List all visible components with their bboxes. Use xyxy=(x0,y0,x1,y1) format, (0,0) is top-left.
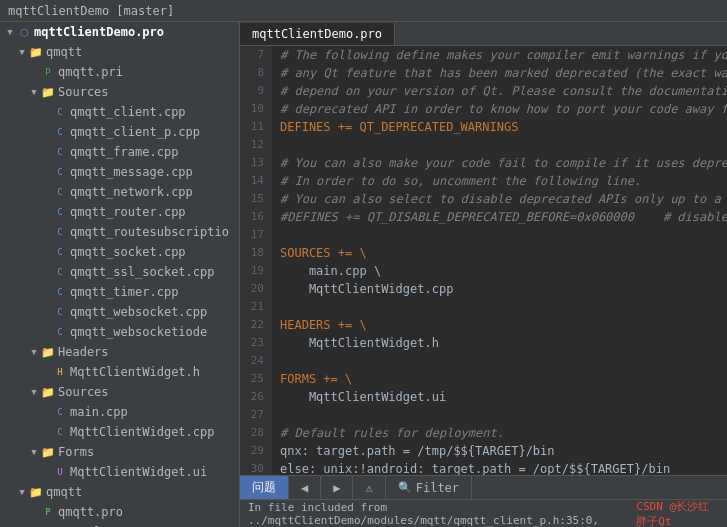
line-content: qnx: target.path = /tmp/$${TARGET}/bin xyxy=(272,442,555,460)
tab-label: mqttClientDemo.pro xyxy=(252,27,382,41)
bottom-tab-3[interactable]: ⚠ xyxy=(353,476,385,499)
folder-icon: 📁 xyxy=(40,344,56,360)
sidebar-item-label: qmqtt_client.cpp xyxy=(70,105,186,119)
sidebar-item-qmqtt-frame[interactable]: Cqmqtt_frame.cpp xyxy=(0,142,239,162)
code-line-25: 25FORMS += \ xyxy=(240,370,727,388)
line-content: DEFINES += QT_DEPRECATED_WARNINGS xyxy=(272,118,518,136)
sidebar-item-label: qmqtt_message.cpp xyxy=(70,165,193,179)
code-line-27: 27 xyxy=(240,406,727,424)
bottom-tabs: 问题◀▶⚠🔍Filter xyxy=(240,475,727,499)
sidebar-item-qmqtt-pri[interactable]: Pqmqtt.pri xyxy=(0,62,239,82)
sidebar-item-qmqtt-client-p[interactable]: Cqmqtt_client_p.cpp xyxy=(0,122,239,142)
folder-icon: 📁 xyxy=(28,484,44,500)
code-line-26: 26 MqttClientWidget.ui xyxy=(240,388,727,406)
sidebar-item-qmqtt-wsiode[interactable]: Cqmqtt_websocketiode xyxy=(0,322,239,342)
bottom-tab-0[interactable]: 问题 xyxy=(240,476,289,499)
arrow-icon xyxy=(40,466,52,478)
arrow-icon xyxy=(40,326,52,338)
code-lines[interactable]: 7# The following define makes your compi… xyxy=(240,46,727,475)
code-line-21: 21 xyxy=(240,298,727,316)
line-number: 30 xyxy=(240,460,272,475)
sidebar-item-main-cpp[interactable]: Cmain.cpp xyxy=(0,402,239,422)
sidebar-item-qmqtt-socket[interactable]: Cqmqtt_socket.cpp xyxy=(0,242,239,262)
bottom-tab-1[interactable]: ◀ xyxy=(289,476,321,499)
arrow-icon xyxy=(40,206,52,218)
arrow-icon xyxy=(28,386,40,398)
line-content: # You can also select to disable depreca… xyxy=(272,190,727,208)
code-line-15: 15# You can also select to disable depre… xyxy=(240,190,727,208)
sidebar-item-qmqtt-websocket[interactable]: Cqmqtt_websocket.cpp xyxy=(0,302,239,322)
sidebar-item-forms-group[interactable]: 📁Forms xyxy=(0,442,239,462)
code-line-14: 14# In order to do so, uncomment the fol… xyxy=(240,172,727,190)
line-number: 20 xyxy=(240,280,272,298)
folder-icon: 📁 xyxy=(40,384,56,400)
sidebar-item-qmqtt-timer[interactable]: Cqmqtt_timer.cpp xyxy=(0,282,239,302)
sidebar-item-qmqtt-client[interactable]: Cqmqtt_client.cpp xyxy=(0,102,239,122)
sidebar-item-label: Sources xyxy=(58,85,109,99)
sidebar-item-label: qmqtt_socket.cpp xyxy=(70,245,186,259)
code-line-28: 28# Default rules for deployment. xyxy=(240,424,727,442)
sidebar-item-label: qmqtt_timer.cpp xyxy=(70,285,178,299)
sidebar-item-label: qmqtt xyxy=(46,485,82,499)
arrow-icon xyxy=(28,346,40,358)
line-number: 18 xyxy=(240,244,272,262)
bottom-tab-4[interactable]: 🔍Filter xyxy=(386,476,472,499)
line-number: 11 xyxy=(240,118,272,136)
cpp-icon: C xyxy=(52,224,68,240)
code-tab-active[interactable]: mqttClientDemo.pro xyxy=(240,23,395,45)
sidebar-item-label: qmqtt_ssl_socket.cpp xyxy=(70,265,215,279)
sidebar-item-label: main.cpp xyxy=(70,405,128,419)
code-line-30: 30else: unix:!android: target.path = /op… xyxy=(240,460,727,475)
cpp-icon: C xyxy=(52,324,68,340)
line-content: # depend on your version of Qt. Please c… xyxy=(272,82,727,100)
line-number: 7 xyxy=(240,46,272,64)
arrow-icon xyxy=(40,146,52,158)
sidebar-item-examples[interactable]: 📁examples xyxy=(0,522,239,527)
sidebar-item-label: qmqtt.pri xyxy=(58,65,123,79)
folder-icon: 📁 xyxy=(40,444,56,460)
code-line-7: 7# The following define makes your compi… xyxy=(240,46,727,64)
line-number: 16 xyxy=(240,208,272,226)
code-line-10: 10# deprecated API in order to know how … xyxy=(240,100,727,118)
sidebar-item-root-proj[interactable]: ⬡mqttClientDemo.pro xyxy=(0,22,239,42)
sidebar-item-sources-group2[interactable]: 📁Sources xyxy=(0,382,239,402)
cpp-icon: C xyxy=(52,284,68,300)
code-line-13: 13# You can also make your code fail to … xyxy=(240,154,727,172)
sidebar-item-mqttclientwidget-cpp[interactable]: CMqttClientWidget.cpp xyxy=(0,422,239,442)
sidebar-item-qmqtt-routesub[interactable]: Cqmqtt_routesubscriptio xyxy=(0,222,239,242)
sidebar-item-label: qmqtt xyxy=(46,45,82,59)
sidebar-item-qmqtt-sub[interactable]: 📁qmqtt xyxy=(0,482,239,502)
sidebar-item-label: qmqtt_client_p.cpp xyxy=(70,125,200,139)
sidebar-item-label: qmqtt_frame.cpp xyxy=(70,145,178,159)
sidebar-item-qmqtt-network[interactable]: Cqmqtt_network.cpp xyxy=(0,182,239,202)
arrow-icon xyxy=(16,486,28,498)
line-number: 9 xyxy=(240,82,272,100)
sidebar-item-qmqtt-ssl[interactable]: Cqmqtt_ssl_socket.cpp xyxy=(0,262,239,282)
arrow-icon xyxy=(28,86,40,98)
line-content: else: unix:!android: target.path = /opt/… xyxy=(272,460,670,475)
sidebar-item-sources-group[interactable]: 📁Sources xyxy=(0,82,239,102)
arrow-icon xyxy=(40,246,52,258)
sidebar-item-label: Sources xyxy=(58,385,109,399)
line-number: 27 xyxy=(240,406,272,424)
sidebar-item-label: Headers xyxy=(58,345,109,359)
sidebar-item-mqttclientwidget-ui[interactable]: UMqttClientWidget.ui xyxy=(0,462,239,482)
sidebar-item-qmqtt-pro2[interactable]: Pqmqtt.pro xyxy=(0,502,239,522)
watermark: CSDN @长沙红胖子Qt xyxy=(636,499,719,528)
arrow-icon xyxy=(40,166,52,178)
line-number: 25 xyxy=(240,370,272,388)
line-number: 26 xyxy=(240,388,272,406)
sidebar-item-qmqtt-message[interactable]: Cqmqtt_message.cpp xyxy=(0,162,239,182)
code-line-19: 19 main.cpp \ xyxy=(240,262,727,280)
cpp-icon: C xyxy=(52,404,68,420)
sidebar-item-headers-group[interactable]: 📁Headers xyxy=(0,342,239,362)
code-line-24: 24 xyxy=(240,352,727,370)
sidebar-item-qmqtt-group[interactable]: 📁qmqtt xyxy=(0,42,239,62)
status-text: In file included from ../mqttClientDemo/… xyxy=(248,501,628,527)
sidebar-item-mqttclientwidget-h[interactable]: HMqttClientWidget.h xyxy=(0,362,239,382)
line-content: # You can also make your code fail to co… xyxy=(272,154,727,172)
code-line-20: 20 MqttClientWidget.cpp xyxy=(240,280,727,298)
proj-icon: ⬡ xyxy=(16,24,32,40)
sidebar-item-qmqtt-router[interactable]: Cqmqtt_router.cpp xyxy=(0,202,239,222)
bottom-tab-2[interactable]: ▶ xyxy=(321,476,353,499)
